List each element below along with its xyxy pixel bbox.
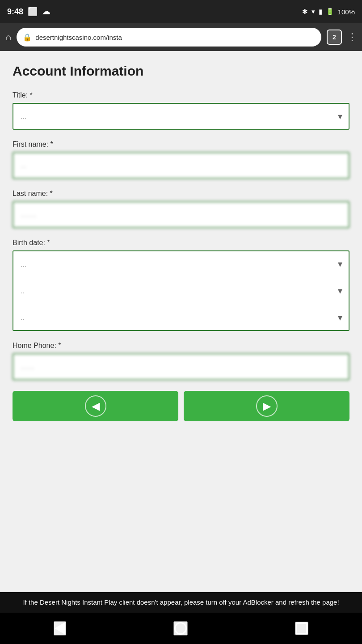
birthdate-year-select[interactable]: .. 20001990 19801970 (13, 304, 349, 331)
recents-square-icon (296, 623, 307, 634)
tab-count: 2 (333, 34, 336, 41)
status-bar: 9:48 ⬜ ☁ ✱ ▾ ▮ 🔋 100% (0, 0, 362, 23)
battery-text: 100% (338, 8, 355, 16)
android-back-button[interactable] (54, 621, 66, 636)
title-select-wrapper: ... Mr Mrs Ms Dr ▾ (13, 103, 349, 130)
prev-button[interactable]: ◀ (13, 391, 178, 421)
wifi-icon: ▾ (311, 8, 315, 16)
sync-icon: ☁ (42, 7, 50, 17)
firstname-field-group: First name: * (13, 140, 349, 179)
homephone-field-group: Home Phone: * (13, 342, 349, 380)
birthdate-month-wrapper: ... January February March April May Jun… (13, 250, 349, 277)
android-recents-button[interactable] (295, 622, 308, 635)
browser-menu-button[interactable]: ⋮ (347, 31, 357, 43)
bluetooth-icon: ✱ (302, 8, 308, 16)
url-text: desertnightscasino.com/insta (35, 34, 122, 41)
lastname-label: Last name: * (13, 190, 349, 198)
screen-cast-icon: ⬜ (28, 7, 38, 17)
prev-arrow-icon: ◀ (92, 400, 100, 412)
android-home-button[interactable] (173, 621, 188, 636)
signal-icon: ▮ (319, 8, 322, 16)
lock-icon: 🔒 (23, 33, 32, 42)
lastname-input[interactable] (13, 201, 349, 228)
birthdate-day-wrapper: .. 123 456 789 101520 2531 ▾ (13, 277, 349, 304)
title-label: Title: * (13, 91, 349, 99)
homephone-label: Home Phone: * (13, 342, 349, 350)
page-content: Account Information Title: * ... Mr Mrs … (0, 51, 362, 592)
firstname-input[interactable] (13, 152, 349, 179)
status-right: ✱ ▾ ▮ 🔋 100% (302, 8, 355, 16)
next-button-circle: ▶ (256, 395, 278, 417)
homephone-input[interactable] (13, 353, 349, 380)
status-left: 9:48 ⬜ ☁ (7, 7, 50, 17)
page-title: Account Information (13, 64, 349, 79)
birthdate-selects: ... January February March April May Jun… (13, 250, 349, 331)
next-button[interactable]: ▶ (184, 391, 349, 421)
title-field-group: Title: * ... Mr Mrs Ms Dr ▾ (13, 91, 349, 130)
birthdate-day-select[interactable]: .. 123 456 789 101520 2531 (13, 277, 349, 304)
notice-text: If the Desert Nights Instant Play client… (23, 598, 339, 606)
lastname-field-group: Last name: * (13, 190, 349, 228)
birthdate-field-group: Birth date: * ... January February March… (13, 239, 349, 331)
birthdate-month-select[interactable]: ... January February March April May Jun… (13, 250, 349, 277)
address-bar[interactable]: 🔒 desertnightscasino.com/insta (17, 28, 321, 47)
status-time: 9:48 (7, 7, 23, 17)
home-circle-icon (174, 622, 187, 635)
prev-button-circle: ◀ (85, 395, 106, 417)
birthdate-label: Birth date: * (13, 239, 349, 247)
firstname-label: First name: * (13, 140, 349, 148)
browser-chrome: ⌂ 🔒 desertnightscasino.com/insta 2 ⋮ (0, 23, 362, 51)
bottom-notice: If the Desert Nights Instant Play client… (0, 592, 362, 613)
birthdate-year-wrapper: .. 20001990 19801970 ▾ (13, 304, 349, 331)
title-select[interactable]: ... Mr Mrs Ms Dr (13, 103, 349, 130)
battery-icon: 🔋 (326, 8, 334, 16)
home-button[interactable]: ⌂ (5, 31, 11, 43)
back-triangle-icon (55, 622, 65, 635)
tab-switcher-button[interactable]: 2 (327, 30, 342, 45)
nav-buttons: ◀ ▶ (13, 391, 349, 421)
next-arrow-icon: ▶ (263, 400, 271, 412)
android-nav-bar (0, 613, 362, 644)
